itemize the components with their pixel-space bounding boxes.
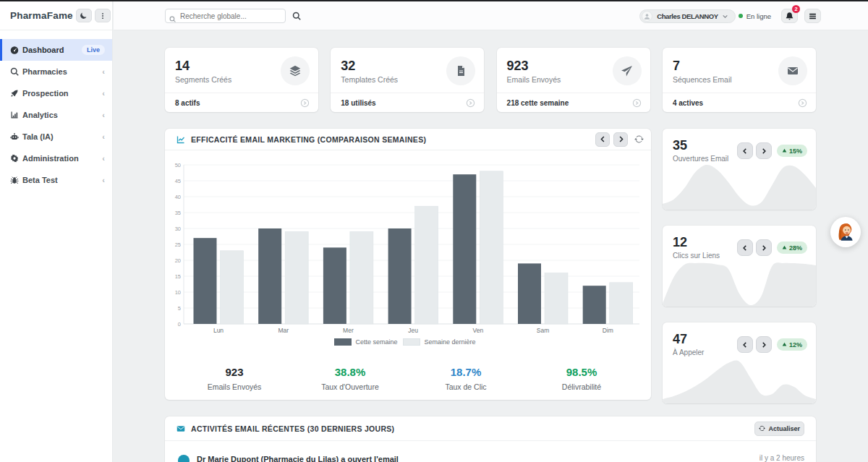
chart-stat-label: Emails Envoyés: [176, 382, 292, 391]
chevron-collapse-icon: ‹: [102, 111, 105, 119]
rocket-icon: [10, 89, 19, 98]
gear-icon: [10, 154, 19, 163]
assistant-chat-button[interactable]: [830, 217, 861, 247]
chart-stat-0: 923 Emails Envoyés: [176, 366, 292, 391]
refresh-label: Actualiser: [768, 425, 800, 432]
bar-chart: 05101520253035404550LunMarMerJeuVenSamDi…: [165, 150, 651, 340]
stat-card-3: 7 Séquences Email 4 actives: [663, 48, 816, 112]
trend-up-icon: [782, 342, 787, 347]
svg-text:45: 45: [175, 178, 181, 184]
send-icon: [613, 56, 642, 85]
chevron-collapse-icon: ‹: [102, 154, 105, 163]
sidebar-item-label: Prospection: [22, 89, 102, 98]
chart-refresh-button[interactable]: [634, 134, 644, 144]
chevron-collapse-icon: ‹: [102, 89, 105, 98]
search-submit-icon[interactable]: [292, 12, 301, 20]
arrow-circle-icon[interactable]: [632, 98, 642, 108]
sidebar-item-prospection[interactable]: Prospection‹: [0, 82, 112, 104]
kpi-trend-badge: 28%: [777, 241, 807, 254]
kpi-prev-button[interactable]: [737, 239, 753, 256]
stat-card-footer: 18 utilisés: [331, 93, 484, 112]
sidebar-nav: DashboardLivePharmacies‹Prospection‹Anal…: [0, 30, 112, 191]
activity-text: Dr Marie Dupont (Pharmacie du Lilas) a o…: [197, 454, 752, 462]
stat-footer-text: 8 actifs: [175, 99, 300, 107]
main-content: 14 Segments Créés 8 actifs 32 Templates …: [114, 30, 868, 462]
user-name: Charles DELANNOY: [657, 12, 718, 20]
brand-logo: PharmaFame: [10, 10, 73, 21]
chart-next-button[interactable]: [613, 132, 628, 147]
chart-prev-button[interactable]: [595, 132, 610, 147]
legend-label: Semaine dernière: [424, 338, 475, 346]
sidebar-item-dashboard[interactable]: DashboardLive: [0, 39, 112, 61]
live-badge: Live: [82, 45, 105, 55]
refresh-icon: [634, 134, 644, 144]
sidebar-item-pharmacies[interactable]: Pharmacies‹: [0, 61, 112, 82]
notifications-button[interactable]: 2: [781, 9, 798, 23]
stat-card-footer: 4 actives: [663, 93, 816, 112]
sidebar-menu-button[interactable]: [95, 9, 111, 22]
chart-legend: Cette semaine Semaine dernière: [165, 338, 651, 346]
svg-text:Ven: Ven: [472, 327, 483, 334]
search-icon: [169, 12, 176, 25]
chevron-collapse-icon: ‹: [102, 67, 105, 76]
svg-text:Mer: Mer: [343, 327, 354, 334]
chevron-right-icon: [760, 341, 767, 348]
sidebar-item-tala-ia[interactable]: Tala (IA)‹: [0, 126, 112, 147]
chart-stat-value: 923: [176, 366, 292, 378]
chevron-left-icon: [741, 244, 749, 252]
kpi-next-button[interactable]: [756, 142, 772, 159]
sidebar-item-analytics[interactable]: Analytics‹: [0, 104, 112, 126]
svg-text:50: 50: [175, 162, 181, 168]
sidebar-item-label: Beta Test: [22, 176, 102, 184]
bar-chart-icon: [10, 111, 19, 120]
dark-mode-button[interactable]: [76, 9, 92, 22]
kpi-trend-badge: 12%: [777, 338, 807, 351]
user-menu[interactable]: Charles DELANNOY: [639, 9, 735, 23]
chart-stat-2: 18.7% Taux de Clic: [408, 366, 524, 391]
chevron-left-icon: [741, 341, 749, 348]
svg-text:20: 20: [175, 257, 181, 264]
top-header: Charles DELANNOY En ligne 2: [114, 1, 868, 30]
search-input[interactable]: [165, 9, 286, 23]
arrow-circle-icon[interactable]: [300, 98, 310, 108]
kpi-controls: 15%: [734, 142, 807, 159]
kpi-trend-value: 15%: [789, 147, 802, 155]
global-search: [165, 9, 301, 23]
online-label: En ligne: [746, 12, 771, 20]
chevron-collapse-icon: ‹: [102, 176, 105, 184]
stat-footer-text: 18 utilisés: [341, 99, 466, 107]
activity-time: il y a 2 heures: [760, 454, 804, 462]
online-status: En ligne: [739, 12, 771, 20]
header-right: Charles DELANNOY En ligne 2: [639, 1, 821, 30]
assistant-avatar-icon: [833, 220, 858, 244]
svg-text:Lun: Lun: [213, 327, 224, 334]
stat-cards-row: 14 Segments Créés 8 actifs 32 Templates …: [165, 48, 816, 112]
kpi-controls: 28%: [734, 239, 807, 256]
chart-header: EFFICACITÉ EMAIL MARKETING (COMPARAISON …: [165, 129, 651, 150]
svg-text:Dim: Dim: [603, 327, 613, 334]
chart-title: EFFICACITÉ EMAIL MARKETING (COMPARAISON …: [191, 135, 592, 144]
svg-text:5: 5: [178, 305, 181, 312]
sidebar-item-administration[interactable]: Administration‹: [0, 147, 112, 169]
online-dot-icon: [739, 14, 743, 18]
kpi-card-1: 12 Clics sur Liens 28%: [663, 226, 816, 307]
kpi-prev-button[interactable]: [737, 142, 753, 159]
chevron-right-icon: [760, 244, 767, 252]
kpi-card-0: 35 Ouvertures Email 15%: [663, 129, 816, 210]
activity-item[interactable]: Dr Marie Dupont (Pharmacie du Lilas) a o…: [165, 441, 816, 462]
stat-card-1: 32 Templates Créés 18 utilisés: [331, 48, 484, 112]
kpi-next-button[interactable]: [756, 239, 772, 256]
sidebar-item-beta-test[interactable]: Beta Test‹: [0, 169, 112, 191]
kpi-label: Clics sur Liens: [673, 252, 720, 260]
arrow-circle-icon[interactable]: [466, 98, 475, 108]
kpi-prev-button[interactable]: [737, 336, 753, 353]
sidebar-item-label: Dashboard: [22, 46, 82, 54]
arrow-circle-icon[interactable]: [798, 98, 807, 108]
moon-icon: [80, 12, 88, 20]
kpi-next-button[interactable]: [756, 336, 772, 353]
refresh-activities-button[interactable]: Actualiser: [754, 422, 804, 436]
activity-log-button[interactable]: [804, 9, 821, 23]
list-icon: [808, 12, 817, 21]
bug-icon: [10, 176, 19, 185]
kpi-trend-value: 28%: [789, 244, 802, 252]
